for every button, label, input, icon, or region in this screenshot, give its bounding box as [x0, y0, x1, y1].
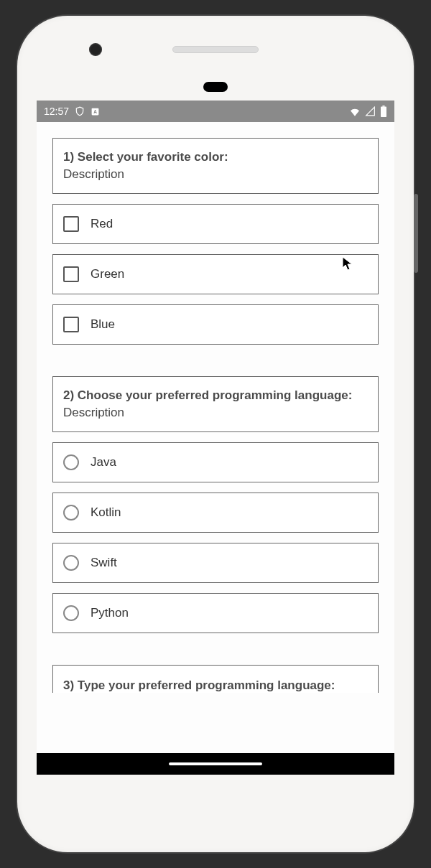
svg-text:A: A: [93, 109, 97, 114]
question-card-3: 3) Type your preferred programming langu…: [52, 665, 379, 693]
wifi-icon: [349, 106, 361, 116]
radio-icon: [63, 555, 79, 571]
option-label: Swift: [91, 556, 117, 570]
radio-option-python[interactable]: Python: [52, 593, 379, 633]
radio-option-swift[interactable]: Swift: [52, 543, 379, 583]
gesture-pill[interactable]: [169, 762, 262, 765]
question-title: 3) Type your preferred programming langu…: [63, 678, 368, 693]
signal-icon: [365, 106, 376, 116]
svg-rect-3: [382, 106, 384, 107]
checkbox-icon: [63, 216, 79, 232]
question-card-1: 1) Select your favorite color: Descripti…: [52, 138, 379, 194]
front-camera: [89, 43, 102, 56]
option-label: Red: [91, 217, 113, 231]
phone-frame: 12:57 A: [17, 16, 414, 852]
checkbox-icon: [63, 317, 79, 332]
battery-icon: [380, 106, 387, 117]
status-bar: 12:57 A: [37, 101, 394, 122]
question-title: 2) Choose your preferred programming lan…: [63, 388, 368, 403]
option-label: Kotlin: [91, 505, 121, 520]
radio-icon: [63, 505, 79, 521]
shield-icon: [75, 106, 85, 116]
checkbox-icon: [63, 266, 79, 282]
question-description: Description: [63, 406, 368, 420]
status-time: 12:57: [44, 106, 69, 117]
radio-option-kotlin[interactable]: Kotlin: [52, 493, 379, 533]
speaker-slot: [172, 46, 259, 53]
radio-icon: [63, 605, 79, 621]
notch-cutout: [203, 82, 228, 92]
option-label: Blue: [91, 317, 115, 332]
option-label: Python: [91, 606, 129, 620]
android-nav-bar[interactable]: [37, 753, 394, 775]
checkbox-option-green[interactable]: Green: [52, 254, 379, 294]
svg-rect-2: [381, 107, 386, 117]
option-label: Green: [91, 267, 124, 281]
screen: 12:57 A: [37, 101, 394, 761]
checkbox-option-red[interactable]: Red: [52, 204, 379, 244]
radio-icon: [63, 454, 79, 470]
survey-content[interactable]: 1) Select your favorite color: Descripti…: [37, 122, 394, 761]
keyboard-lang-icon: A: [91, 107, 100, 116]
question-description: Description: [63, 167, 368, 182]
checkbox-option-blue[interactable]: Blue: [52, 304, 379, 345]
radio-option-java[interactable]: Java: [52, 442, 379, 482]
question-title: 1) Select your favorite color:: [63, 150, 368, 164]
power-button: [414, 194, 418, 273]
question-card-2: 2) Choose your preferred programming lan…: [52, 376, 379, 432]
option-label: Java: [91, 455, 116, 470]
